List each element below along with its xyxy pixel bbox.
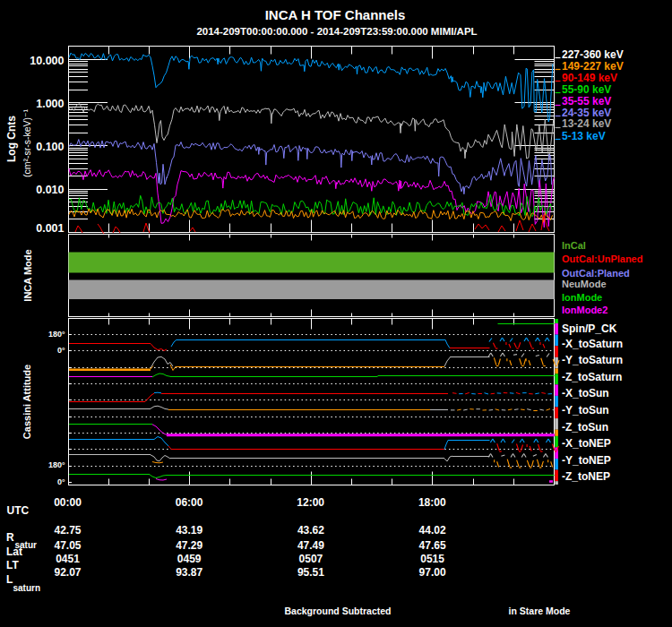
svg-text:90-149 keV: 90-149 keV — [562, 72, 617, 84]
svg-text:-Z_toSaturn: -Z_toSaturn — [562, 371, 622, 383]
svg-text:47.65: 47.65 — [419, 539, 446, 552]
svg-text:149-227 keV: 149-227 keV — [562, 60, 624, 73]
svg-text:0°: 0° — [57, 346, 65, 355]
svg-text:INCA H TOF Channels: INCA H TOF Channels — [265, 7, 406, 22]
svg-text:00:00: 00:00 — [54, 496, 82, 509]
svg-text:IonMode2: IonMode2 — [562, 305, 607, 315]
svg-text:-Y_toSaturn: -Y_toSaturn — [562, 354, 623, 366]
svg-text:InCal: InCal — [562, 240, 586, 251]
svg-text:0.100: 0.100 — [36, 141, 64, 153]
svg-text:-Y_toNEP: -Y_toNEP — [562, 454, 611, 467]
svg-text:18:00: 18:00 — [418, 496, 446, 509]
svg-text:0515: 0515 — [420, 553, 444, 565]
svg-text:5-13 keV: 5-13 keV — [562, 130, 606, 142]
svg-text:in Stare Mode: in Stare Mode — [509, 606, 571, 616]
svg-text:-Z_toNEP: -Z_toNEP — [562, 470, 610, 483]
svg-text:93.87: 93.87 — [176, 566, 202, 579]
svg-text:Lat: Lat — [6, 545, 22, 558]
svg-text:06:00: 06:00 — [176, 496, 203, 509]
svg-text:97.00: 97.00 — [419, 566, 446, 579]
svg-text:2014-209T00:00:00.000 - 2014-2: 2014-209T00:00:00.000 - 2014-209T23:59:0… — [196, 26, 477, 37]
svg-text:0459: 0459 — [177, 553, 202, 565]
svg-text:-Z_toSun: -Z_toSun — [562, 421, 608, 434]
svg-text:-X_toNEP: -X_toNEP — [562, 437, 611, 450]
svg-text:Spin/P_CK: Spin/P_CK — [562, 322, 617, 335]
svg-text:(cm²-sr-s-keV)⁻¹: (cm²-sr-s-keV)⁻¹ — [22, 108, 32, 177]
svg-text:13-24 keV: 13-24 keV — [562, 117, 611, 130]
svg-text:180°: 180° — [48, 460, 65, 469]
svg-text:47.05: 47.05 — [54, 539, 81, 552]
svg-text:INCA Mode: INCA Mode — [22, 249, 33, 301]
svg-text:Background Subtracted: Background Subtracted — [284, 606, 391, 616]
svg-text:-X_toSaturn: -X_toSaturn — [562, 338, 623, 350]
svg-text:92.07: 92.07 — [54, 566, 81, 579]
svg-text:44.02: 44.02 — [419, 524, 446, 537]
svg-text:R: R — [6, 531, 14, 544]
svg-text:1.000: 1.000 — [36, 98, 64, 110]
svg-text:IonMode: IonMode — [562, 292, 602, 303]
svg-text:OutCal:UnPlaned: OutCal:UnPlaned — [562, 253, 642, 264]
svg-text:Log Cnts: Log Cnts — [5, 116, 18, 162]
svg-text:227-360 keV: 227-360 keV — [562, 48, 624, 61]
svg-text:-X_toSun: -X_toSun — [562, 387, 609, 399]
svg-text:95.51: 95.51 — [297, 566, 324, 579]
svg-text:42.75: 42.75 — [54, 524, 81, 537]
svg-text:-Y_toSun: -Y_toSun — [562, 404, 609, 417]
svg-text:43.62: 43.62 — [297, 524, 324, 537]
svg-text:47.49: 47.49 — [297, 539, 324, 552]
svg-text:0°: 0° — [57, 477, 65, 486]
svg-text:10.000: 10.000 — [30, 55, 64, 67]
svg-text:OutCal:Planed: OutCal:Planed — [562, 268, 630, 279]
svg-text:0.010: 0.010 — [36, 184, 64, 196]
svg-text:0451: 0451 — [56, 553, 80, 565]
svg-text:180°: 180° — [48, 330, 65, 339]
svg-text:0.001: 0.001 — [36, 222, 64, 235]
svg-text:UTC: UTC — [7, 504, 30, 517]
svg-text:saturn: saturn — [13, 583, 41, 593]
svg-text:Cassini Attitude: Cassini Attitude — [22, 365, 32, 439]
svg-text:55-90 keV: 55-90 keV — [562, 83, 611, 96]
svg-text:12:00: 12:00 — [297, 496, 324, 509]
svg-text:47.29: 47.29 — [176, 539, 202, 552]
svg-text:0507: 0507 — [299, 553, 323, 565]
svg-text:43.19: 43.19 — [176, 524, 202, 537]
svg-text:LT: LT — [6, 559, 19, 571]
svg-text:L: L — [6, 573, 13, 586]
svg-text:NeuMode: NeuMode — [562, 279, 607, 289]
